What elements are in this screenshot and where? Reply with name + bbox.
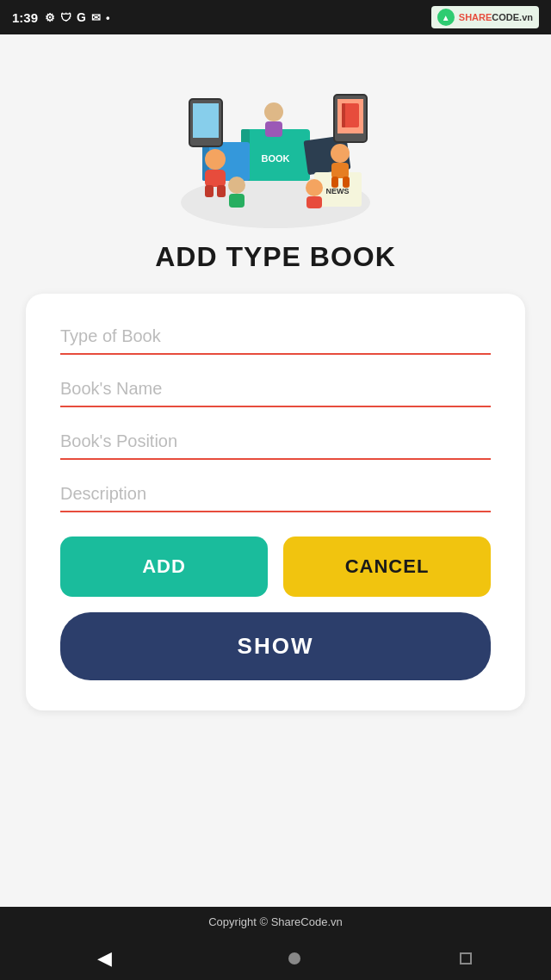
illustration: BOOK NEWS	[164, 52, 387, 233]
sharecode-logo: ▲ SHARESHARECODECODE.vn	[431, 6, 539, 28]
home-button[interactable]	[288, 952, 300, 964]
books-name-field	[60, 372, 491, 407]
add-button[interactable]: ADD	[60, 537, 268, 597]
description-field	[60, 477, 491, 512]
books-position-field	[60, 425, 491, 460]
svg-rect-17	[331, 177, 338, 188]
type-of-book-input[interactable]	[60, 319, 491, 355]
svg-rect-14	[265, 121, 282, 137]
svg-rect-11	[205, 185, 214, 197]
books-position-input[interactable]	[60, 425, 491, 460]
svg-text:NEWS: NEWS	[326, 187, 350, 195]
mail-icon: ✉	[91, 11, 101, 24]
type-of-book-field	[60, 319, 491, 355]
svg-point-9	[205, 149, 226, 170]
books-name-input[interactable]	[60, 372, 491, 407]
svg-point-13	[264, 102, 283, 121]
footer-text: Copyright © ShareCode.vn	[208, 915, 343, 928]
status-bar-right: ▲ SHARESHARECODECODE.vn	[431, 6, 539, 28]
form-card: ADD CANCEL SHOW	[26, 294, 525, 710]
recents-button[interactable]	[460, 952, 472, 964]
svg-point-21	[306, 179, 323, 196]
add-cancel-row: ADD CANCEL	[60, 537, 491, 597]
svg-rect-25	[194, 105, 218, 136]
dot-icon: •	[106, 11, 110, 24]
svg-rect-20	[229, 194, 245, 208]
show-button[interactable]: SHOW	[60, 612, 491, 680]
svg-rect-18	[343, 177, 350, 188]
google-icon: G	[77, 10, 86, 24]
time-display: 1:39	[12, 10, 38, 25]
main-content: BOOK NEWS	[0, 34, 551, 907]
status-bar: 1:39 ⚙ 🛡 G ✉ • ▲ SHARESHARECODECODE.vn	[0, 0, 551, 34]
status-icons: ⚙ 🛡 G ✉ •	[45, 10, 109, 24]
svg-text:BOOK: BOOK	[262, 153, 290, 164]
bottom-nav: ◀	[0, 937, 551, 980]
svg-rect-29	[342, 103, 345, 127]
sharecode-logo-text: SHARESHARECODECODE.vn	[459, 12, 533, 22]
svg-rect-16	[331, 163, 349, 178]
shield-icon: 🛡	[60, 11, 71, 24]
sharecode-logo-circle: ▲	[437, 9, 455, 26]
page-title: ADD TYPE BOOK	[155, 241, 396, 273]
description-input[interactable]	[60, 477, 491, 512]
gear-icon: ⚙	[45, 11, 55, 24]
svg-rect-22	[306, 196, 322, 208]
svg-point-15	[331, 144, 350, 163]
svg-rect-12	[217, 185, 226, 197]
status-bar-left: 1:39 ⚙ 🛡 G ✉ •	[12, 10, 109, 25]
cancel-button[interactable]: CANCEL	[283, 537, 491, 597]
svg-rect-10	[205, 170, 226, 187]
svg-point-19	[228, 177, 245, 194]
footer: Copyright © ShareCode.vn	[0, 907, 551, 937]
back-button[interactable]: ◀	[80, 940, 129, 977]
